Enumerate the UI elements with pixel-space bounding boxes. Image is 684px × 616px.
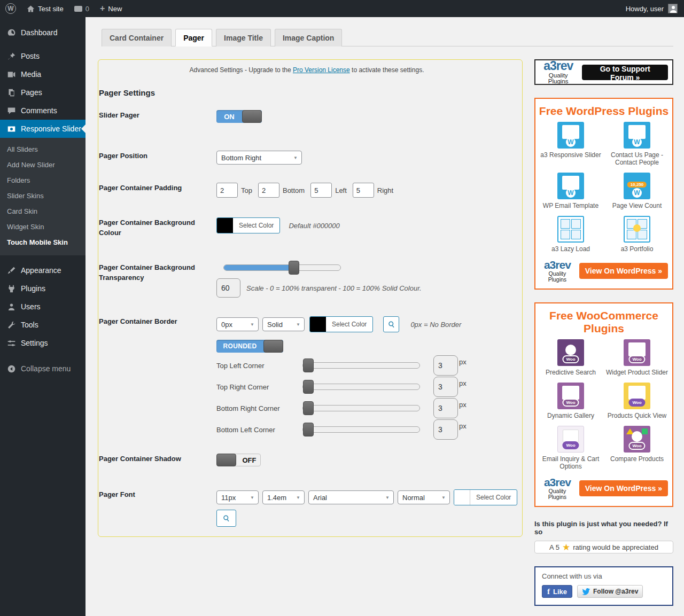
rating-question: Is this plugin is just what you needed? … — [534, 520, 673, 536]
rating-pill[interactable]: A 5 ★ rating would be appreciated — [534, 541, 673, 553]
chevron-down-icon: ▼ — [250, 322, 254, 327]
plugin-dynamic-gallery[interactable]: Woo Dynamic Gallery — [539, 383, 603, 419]
sidebar-item-plugins[interactable]: Plugins — [0, 279, 86, 298]
submenu-touch-mobile-skin[interactable]: Touch Mobile Skin — [0, 235, 86, 250]
px-suffix: px — [459, 358, 467, 366]
view-on-wordpress-button[interactable]: View On WordPress » — [579, 480, 668, 496]
plugin-compare-products[interactable]: Woo Compare Products — [605, 426, 669, 470]
slider-handle[interactable] — [303, 358, 314, 372]
padding-bottom-input[interactable] — [258, 183, 279, 198]
plugin-email-inquiry-cart-options[interactable]: Woo Email Inquiry & Cart Options — [539, 426, 603, 470]
font-weight-select[interactable]: Normal ▼ — [398, 490, 450, 504]
transparency-slider[interactable] — [223, 264, 341, 271]
slider-handle[interactable] — [289, 261, 299, 275]
facebook-like-label: Like — [553, 588, 567, 596]
pager-position-select[interactable]: Bottom Right ▼ — [216, 151, 302, 165]
sidebar-item-appearance[interactable]: Appearance — [0, 261, 86, 279]
bottom-left-corner-input[interactable] — [433, 419, 458, 440]
collapse-menu-button[interactable]: Collapse menu — [0, 360, 86, 378]
top-left-corner-slider[interactable] — [302, 362, 420, 369]
slider-handle[interactable] — [303, 423, 314, 436]
sidebar-item-comments[interactable]: Comments — [0, 102, 86, 120]
plugin-predictive-search[interactable]: Woo Predictive Search — [539, 339, 603, 376]
plugin-widget-product-slider[interactable]: Woo Widget Product Slider — [605, 339, 669, 376]
tab-image-caption[interactable]: Image Caption — [275, 29, 342, 46]
slider-camera-icon — [7, 124, 16, 134]
font-size-select[interactable]: 11px ▼ — [216, 490, 259, 504]
shadow-toggle[interactable]: OFF — [216, 454, 261, 466]
top-left-corner-label: Top Left Corner — [216, 362, 302, 370]
tab-pager[interactable]: Pager — [175, 29, 212, 46]
border-select-color-button[interactable]: Select Color — [309, 316, 373, 332]
chevron-down-icon: ▼ — [296, 495, 300, 500]
plugin-a3-lazy-load[interactable]: a3 Lazy Load — [539, 216, 603, 253]
comments-bubble[interactable]: 0 — [69, 0, 95, 17]
sidebar-item-users[interactable]: Users — [0, 298, 86, 316]
sidebar-item-dashboard[interactable]: Dashboard — [0, 24, 86, 42]
submenu-widget-skin[interactable]: Widget Skin — [0, 219, 86, 235]
a3rev-logo-text: a3rev — [540, 60, 577, 72]
submenu-folders[interactable]: Folders — [0, 173, 86, 188]
tab-card-container[interactable]: Card Container — [102, 29, 172, 46]
plugin-page-view-count[interactable]: 10,250W Page View Count — [605, 173, 669, 209]
top-right-corner-slider[interactable] — [302, 384, 420, 390]
view-on-wordpress-button[interactable]: View On WordPress » — [579, 263, 668, 279]
border-preview-button[interactable] — [383, 316, 399, 332]
sidebar-item-pages[interactable]: Pages — [0, 83, 86, 102]
sidebar-item-responsive-slider[interactable]: Responsive Slider — [0, 120, 86, 138]
account-menu[interactable]: Howdy, user — [626, 4, 684, 13]
sidebar-item-media[interactable]: Media — [0, 65, 86, 83]
submenu-add-new-slider[interactable]: Add New Slider — [0, 157, 86, 173]
pro-version-link[interactable]: Pro Version License — [293, 66, 350, 74]
site-link[interactable]: Test site — [21, 0, 69, 17]
plugin-a3-portfolio[interactable]: a3 Portfolio — [605, 216, 669, 253]
plugin-products-quick-view[interactable]: Woo Products Quick View — [605, 383, 669, 419]
submenu-card-skin[interactable]: Card Skin — [0, 204, 86, 219]
twitter-follow-button[interactable]: Follow @a3rev — [577, 585, 643, 598]
slider-pager-toggle[interactable]: ON — [216, 110, 262, 123]
a3-lazy-load-icon — [557, 216, 584, 243]
padding-left-input[interactable] — [310, 183, 332, 198]
bottom-left-corner-slider[interactable] — [302, 426, 420, 433]
px-suffix: px — [459, 401, 467, 409]
font-family-select[interactable]: Arial ▼ — [308, 490, 394, 504]
upgrade-notice: Advanced Settings - Upgrade to the Pro V… — [99, 66, 515, 74]
rounded-toggle[interactable]: ROUNDED — [216, 340, 283, 353]
padding-right-input[interactable] — [353, 183, 374, 198]
font-preview-button[interactable] — [216, 510, 236, 527]
slider-handle[interactable] — [303, 401, 314, 415]
bottom-right-corner-input[interactable] — [433, 398, 458, 418]
toggle-knob[interactable] — [216, 454, 236, 466]
padding-top-input[interactable] — [216, 183, 238, 198]
border-style-select[interactable]: Solid ▼ — [262, 317, 305, 331]
new-menu[interactable]: + New — [95, 0, 127, 17]
transparency-label: Pager Container Background Transparency — [99, 262, 216, 283]
sidebar-item-settings[interactable]: Settings — [0, 334, 86, 352]
notice-prefix: Advanced Settings - Upgrade to the — [190, 66, 293, 74]
woo-plugins-title: Free WooCommerce Plugins — [539, 309, 669, 335]
sidebar-item-posts[interactable]: Posts — [0, 47, 86, 65]
slider-handle[interactable] — [303, 380, 314, 394]
toggle-knob[interactable] — [263, 340, 283, 353]
transparency-input[interactable] — [216, 278, 240, 298]
bg-colour-select-color-button[interactable]: Select Color — [216, 217, 280, 233]
border-width-select[interactable]: 0px ▼ — [216, 317, 259, 331]
support-forum-button[interactable]: Go to Support Forum » — [582, 65, 668, 80]
plugin-wp-email-template[interactable]: W WP Email Template — [539, 173, 603, 209]
px-suffix: px — [459, 422, 467, 430]
toggle-knob[interactable] — [242, 110, 262, 123]
wordpress-menu[interactable]: W — [0, 0, 21, 17]
top-right-corner-input[interactable] — [433, 377, 458, 397]
sidebar-item-tools[interactable]: Tools — [0, 316, 86, 334]
font-select-color-button[interactable]: Select Color — [454, 489, 517, 505]
tab-image-title[interactable]: Image Title — [216, 29, 271, 46]
submenu-slider-skins[interactable]: Slider Skins — [0, 188, 86, 204]
top-left-corner-input[interactable] — [433, 355, 458, 376]
a3rev-logo: a3rev Quality Plugins — [540, 60, 577, 85]
line-height-select[interactable]: 1.4em ▼ — [262, 490, 305, 504]
plugin-a3-responsive-slider[interactable]: W a3 Responsive Slider — [539, 122, 603, 166]
submenu-all-sliders[interactable]: All Sliders — [0, 142, 86, 157]
plugin-contact-us-page[interactable]: W Contact Us Page - Contact People — [605, 122, 669, 166]
facebook-like-button[interactable]: f Like — [542, 585, 572, 598]
bottom-right-corner-slider[interactable] — [302, 405, 420, 411]
